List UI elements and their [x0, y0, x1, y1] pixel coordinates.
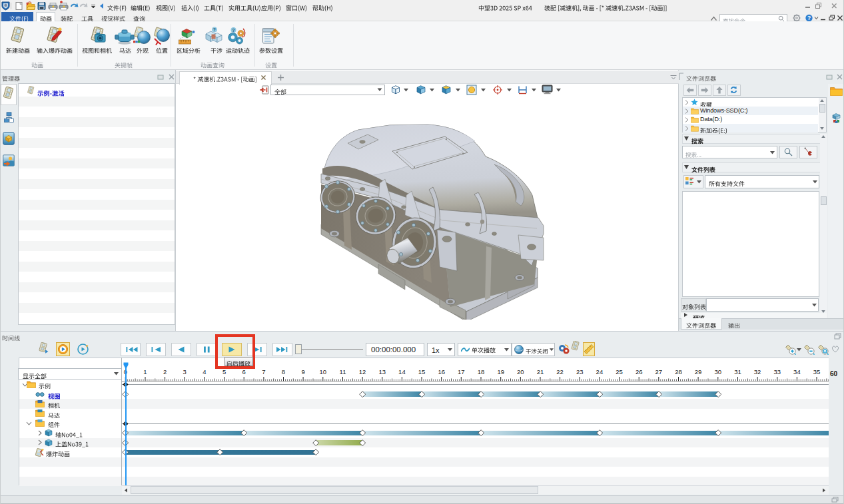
- svg-text:32: 32: [754, 368, 761, 376]
- svg-text:18: 18: [478, 368, 485, 376]
- svg-text:28: 28: [675, 368, 682, 376]
- svg-text:35: 35: [813, 368, 821, 376]
- svg-text:26: 26: [635, 368, 643, 376]
- svg-text:25: 25: [616, 368, 623, 376]
- svg-text:16: 16: [438, 368, 445, 376]
- svg-text:?: ?: [232, 28, 234, 33]
- svg-text:9: 9: [301, 368, 304, 376]
- svg-text:?: ?: [807, 15, 811, 21]
- svg-text:21: 21: [537, 368, 544, 376]
- svg-text:11: 11: [340, 368, 346, 376]
- svg-text:3: 3: [183, 368, 187, 376]
- svg-text:13: 13: [379, 368, 386, 376]
- svg-text:23: 23: [576, 368, 584, 376]
- svg-text:2: 2: [163, 368, 167, 376]
- svg-text:17: 17: [458, 368, 465, 376]
- svg-text:22: 22: [556, 368, 564, 376]
- svg-text:24: 24: [596, 368, 604, 376]
- svg-text:29: 29: [695, 368, 702, 376]
- svg-text:?: ?: [213, 27, 216, 32]
- svg-text:5: 5: [222, 368, 226, 376]
- svg-text:4: 4: [203, 368, 206, 376]
- svg-text:27: 27: [655, 368, 663, 376]
- svg-text:33: 33: [774, 368, 781, 376]
- svg-text:1: 1: [143, 368, 147, 376]
- svg-text:8: 8: [282, 368, 285, 376]
- svg-text:34: 34: [793, 368, 801, 376]
- svg-text:12: 12: [359, 368, 366, 376]
- svg-text:19: 19: [497, 368, 504, 376]
- svg-text:31: 31: [734, 368, 741, 376]
- svg-text:14: 14: [398, 368, 406, 376]
- svg-text:7: 7: [262, 368, 265, 376]
- svg-text:30: 30: [715, 368, 722, 376]
- svg-text:15: 15: [418, 368, 426, 376]
- svg-text:10: 10: [320, 368, 327, 376]
- svg-text:20: 20: [517, 368, 524, 376]
